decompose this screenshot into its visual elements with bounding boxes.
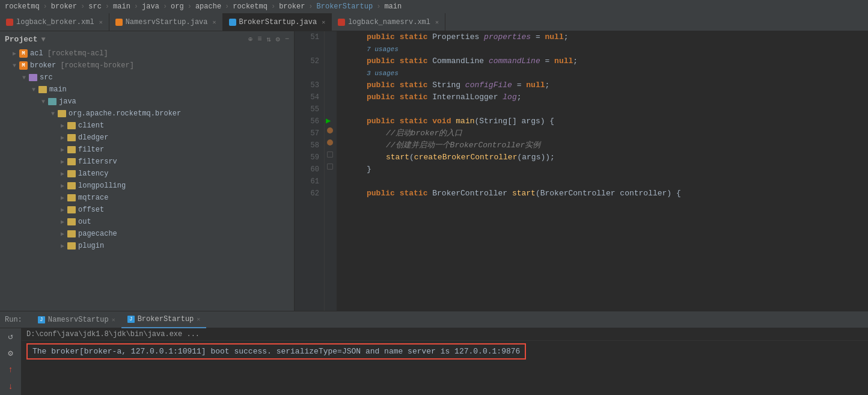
run-label: Run: <box>2 316 25 324</box>
folder-icon-longpolling <box>67 182 76 189</box>
tree-arrow-java <box>38 99 48 105</box>
label-latency: latency <box>78 170 108 178</box>
xml-icon <box>6 19 13 26</box>
code-line-usages-51: 7 usages <box>343 43 862 55</box>
java-icon <box>115 19 123 26</box>
tree-item-out[interactable]: out <box>0 216 294 228</box>
sort-icon[interactable]: ⇅ <box>266 35 270 44</box>
tree-item-src[interactable]: src <box>0 72 294 84</box>
java-active-icon <box>229 19 236 26</box>
tree-arrow-offset <box>58 206 67 213</box>
tree-item-client[interactable]: client <box>0 120 294 132</box>
close-icon[interactable]: ✕ <box>435 19 439 26</box>
bottom-panel: Run: J NamesrvStartup ✕ J BrokerStartup … <box>0 311 868 395</box>
cmd-line: D:\conf\java\jdk1.8\jdk\bin\java.exe ... <box>22 328 868 341</box>
xml-icon <box>338 19 345 26</box>
sidebar: Project ▼ ⊕ ≡ ⇅ ⚙ − M acl [rocketmq-acl] <box>0 31 295 311</box>
tree-arrow-main <box>29 87 38 93</box>
down-arrow-icon[interactable]: ↓ <box>5 381 17 393</box>
close-tab-icon[interactable]: ✕ <box>112 316 115 323</box>
code-line-57: //启动broker的入口 <box>343 127 862 139</box>
tab-namesrv-startup[interactable]: NamesrvStartup.java ✕ <box>109 13 223 31</box>
close-icon[interactable]: ✕ <box>322 19 325 26</box>
code-line-usages-52: 3 usages <box>343 67 862 79</box>
run-gutter-icon: ▶ <box>326 115 331 126</box>
tree-item-java[interactable]: java <box>0 96 294 108</box>
tree-arrow-acl <box>10 50 19 57</box>
java-tab-icon: J <box>38 316 45 323</box>
folder-icon-filtersrv <box>67 158 76 165</box>
close-icon[interactable]: ✕ <box>212 19 216 26</box>
code-line-62: public static BrokerController start(Bro… <box>343 188 862 200</box>
tree-item-latency[interactable]: latency <box>0 168 294 180</box>
bottom-content: ↺ ⚙ ↑ ↓ D:\conf\java\jdk1.8\jdk\bin\java… <box>0 328 868 395</box>
tree-arrow-org <box>48 111 58 117</box>
breakpoint-58 <box>327 139 333 145</box>
tree-arrow-dledger <box>58 134 67 141</box>
folder-icon-offset <box>67 206 76 213</box>
tab-broker-startup[interactable]: BrokerStartup.java ✕ <box>223 13 332 31</box>
folder-icon-mqtrace <box>67 194 76 201</box>
tab-label: logback_namesrv.xml <box>348 18 430 26</box>
tree-item-offset[interactable]: offset <box>0 204 294 216</box>
tree-arrow-longpolling <box>58 182 67 189</box>
editor-area: 51 52 53 54 55 56 57 58 59 60 61 62 <box>295 31 868 311</box>
stop-icon[interactable]: ⚙ <box>5 348 17 360</box>
sidebar-title: Project <box>5 35 38 44</box>
collapse-icon[interactable]: ≡ <box>257 35 261 44</box>
settings-icon[interactable]: ⚙ <box>276 35 280 44</box>
folder-icon-latency <box>67 170 76 177</box>
tree-item-pagecache[interactable]: pagecache <box>0 228 294 240</box>
tree-arrow-filter <box>58 146 67 153</box>
gutter: ▶ <box>325 31 337 311</box>
tab-label: logback_broker.xml <box>16 18 94 26</box>
bottom-side-icons: ↺ ⚙ ↑ ↓ <box>0 328 22 395</box>
bottom-tab-broker[interactable]: J BrokerStartup ✕ <box>121 311 207 328</box>
chevron-icon: ▼ <box>41 35 46 44</box>
code-line-61 <box>343 176 862 188</box>
tab-logback-broker[interactable]: logback_broker.xml ✕ <box>0 13 109 31</box>
tree-item-broker[interactable]: M broker [rocketmq-broker] <box>0 60 294 72</box>
rerun-icon[interactable]: ↺ <box>5 331 17 343</box>
module-icon-broker: M <box>19 61 28 70</box>
tree-arrow-out <box>58 218 67 225</box>
code-line-56: public static void main(String[] args) { <box>343 115 862 127</box>
code-line-58: //创建并启动一个BrokerController实例 <box>343 139 862 152</box>
title-path: rocketmq <box>5 2 40 11</box>
folder-icon-filter <box>67 146 76 153</box>
tree-item-dledger[interactable]: dledger <box>0 132 294 144</box>
breakpoint-57 <box>327 127 333 133</box>
folder-icon-out <box>67 218 76 225</box>
close-tab-2-icon[interactable]: ✕ <box>197 316 200 323</box>
code-line-55 <box>343 103 862 115</box>
locate-icon[interactable]: ⊕ <box>248 35 252 44</box>
folder-icon-pagecache <box>67 230 76 237</box>
tree-item-acl[interactable]: M acl [rocketmq-acl] <box>0 47 294 60</box>
tree-item-plugin[interactable]: plugin <box>0 240 294 252</box>
code-editor[interactable]: 51 52 53 54 55 56 57 58 59 60 61 62 <box>295 31 868 311</box>
code-line-53: public static String configFile = null; <box>343 79 862 91</box>
bottom-tab-namesrv[interactable]: J NamesrvStartup ✕ <box>32 311 121 328</box>
tree-item-filter[interactable]: filter <box>0 144 294 156</box>
tab-bar: logback_broker.xml ✕ NamesrvStartup.java… <box>0 13 868 31</box>
folder-icon-dledger <box>67 134 76 141</box>
tree-item-main[interactable]: main <box>0 84 294 96</box>
tree-item-longpolling[interactable]: longpolling <box>0 180 294 192</box>
tab-label: BrokerStartup.java <box>239 18 317 26</box>
tree-arrow-plugin <box>58 242 67 250</box>
code-line-52: public static CommandLine commandLine = … <box>343 55 862 67</box>
tree-item-mqtrace[interactable]: mqtrace <box>0 192 294 204</box>
bp-60 <box>327 164 333 170</box>
code-line-60: } <box>343 164 862 176</box>
code-line-51: public static Properties properties = nu… <box>343 31 862 43</box>
tree-item-org[interactable]: org.apache.rocketmq.broker <box>0 108 294 120</box>
minimize-icon[interactable]: − <box>285 35 289 44</box>
up-arrow-icon[interactable]: ↑ <box>5 364 17 376</box>
tree-item-filtersrv[interactable]: filtersrv <box>0 156 294 168</box>
code-content[interactable]: public static Properties properties = nu… <box>337 31 868 311</box>
close-icon[interactable]: ✕ <box>99 19 103 26</box>
bottom-main: D:\conf\java\jdk1.8\jdk\bin\java.exe ...… <box>22 328 868 395</box>
java-tab-icon-2: J <box>127 316 135 323</box>
tab-logback-namesrv[interactable]: logback_namesrv.xml ✕ <box>332 13 445 31</box>
bottom-tab-bar: Run: J NamesrvStartup ✕ J BrokerStartup … <box>0 311 868 328</box>
